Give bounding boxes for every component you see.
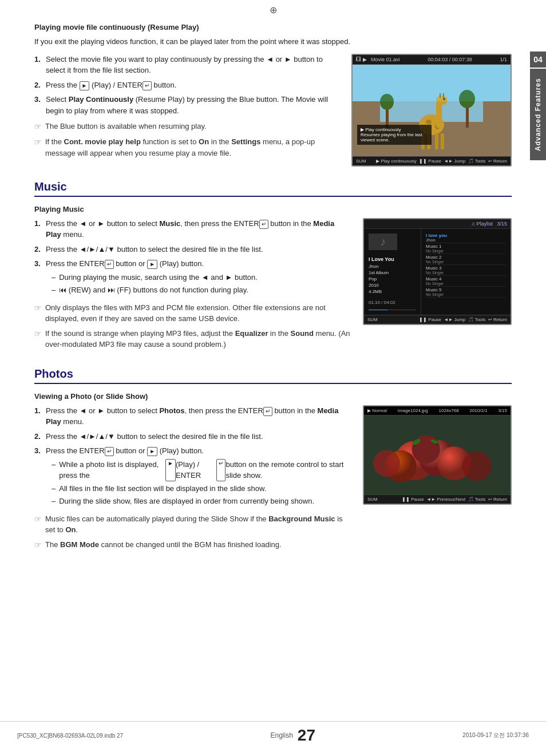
photo-date: 2010/2/1 [469, 408, 487, 413]
svg-rect-16 [435, 133, 438, 149]
svg-point-29 [462, 452, 491, 481]
photo-screen-body [364, 415, 511, 495]
photo-screen-area: ▶ Normal Image1024.jpg 1024x768 2010/2/1… [363, 405, 512, 555]
music-subsection-title: Playing Music [34, 205, 512, 213]
photo-subitem-2: All files in the file list section will … [52, 483, 351, 494]
screen-header-left: 🎞 ▶ Movie 01.avi [356, 57, 400, 62]
playlist-item-4[interactable]: Music 4 No Singer [426, 276, 506, 287]
svg-point-28 [373, 450, 400, 477]
photo-step-2-content: Press the ◄/►/▲/▼ button to select the d… [46, 431, 351, 442]
giraffe-area: ▶ Play continuously Resumes playing from… [353, 65, 511, 156]
playlist-singer-2: No Singer [426, 260, 506, 264]
music-info: I Love You Jhon 1st Album Pop 2010 4.2MB [369, 256, 416, 295]
chapter-label: Advanced Features [530, 69, 546, 160]
photo-subitem-3: During the slide show, files are display… [52, 496, 351, 507]
music-step-3-subitems: During playing the music, search using t… [46, 272, 351, 296]
screen-footer: SUM ▶ Play continuously ❚❚ Pause ◄► Jump… [353, 156, 511, 165]
resume-note-1-text: The Blue button is available when resumi… [45, 121, 207, 132]
music-step-2-num: 2. [34, 244, 46, 255]
footer-date: 2010-09-17 오전 10:37:36 [462, 731, 529, 739]
svg-point-5 [459, 90, 475, 108]
artist-name: Jhon [369, 263, 416, 270]
resume-play-title: Playing movie file continuously (Resume … [34, 23, 512, 31]
step-2-num: 2. [34, 80, 46, 91]
playlist-singer-0: Jhon [426, 238, 506, 242]
photos-subsection-title: Viewing a Photo (or Slide Show) [34, 392, 512, 401]
playlist-item-5[interactable]: Music 5 No Singer [426, 287, 506, 298]
album-art: ♪ [369, 233, 397, 250]
playlist-item-0[interactable]: I love you Jhon [426, 232, 506, 243]
photo-note-2-text: The BGM Mode cannot be changed until the… [45, 539, 282, 551]
photo-step-1-num: 1. [34, 405, 46, 428]
resume-note-2-text: If the Cont. movie play help function is… [45, 136, 340, 159]
footer-file-info: [PC530_XC]BN68-02693A-02L09.indb 27 [17, 733, 123, 739]
step-3-num: 3. [34, 94, 46, 116]
year: 2010 [369, 282, 416, 288]
music-steps-list: 1. Press the ◄ or ► button to select Mus… [34, 218, 351, 298]
photo-step-2-num: 2. [34, 431, 46, 442]
svg-rect-12 [443, 93, 444, 98]
note-icon-1: ☞ [34, 121, 42, 133]
photos-notes: ☞ Music files can be automatically playe… [34, 513, 351, 551]
playlist-title-2: Music 2 [426, 255, 506, 260]
album-name: 1st Album [369, 270, 416, 276]
music-screen-body: ♪ I Love You Jhon 1st Album Pop 2010 4.2… [364, 229, 511, 315]
svg-rect-9 [436, 102, 442, 128]
page-container: ⊕ 04 Advanced Features Playing movie fil… [0, 0, 546, 756]
step-3-content: Select Play Continuously (Resume Play) b… [46, 94, 340, 116]
resume-play-content: 1. Select the movie file you want to pla… [34, 54, 512, 167]
music-step-1-num: 1. [34, 218, 46, 240]
music-step-1: 1. Press the ◄ or ► button to select Mus… [34, 218, 351, 240]
resume-play-notes: ☞ The Blue button is available when resu… [34, 121, 340, 159]
playlist-title-4: Music 4 [426, 276, 506, 282]
music-subitem-2: ⏮ (REW) and ⏭ (FF) buttons do not functi… [52, 284, 351, 296]
screen-count: 1/1 [500, 57, 507, 62]
file-size: 4.2MB [369, 288, 416, 295]
music-playlist-count: 3/15 [497, 221, 507, 227]
playlist-singer-4: No Singer [426, 282, 506, 286]
photo-note-icon-2: ☞ [34, 539, 42, 551]
music-screen-area: ♫ Playlist 3/15 ♪ I Love You Jhon 1st Al… [363, 218, 512, 354]
svg-point-13 [443, 98, 445, 100]
photo-step-3-num: 3. [34, 445, 46, 509]
photo-subitem-1: While a photo list is displayed, press t… [52, 459, 351, 481]
music-note-icon-2: ☞ [34, 328, 42, 340]
resume-play-steps-list: 1. Select the movie file you want to pla… [34, 54, 340, 117]
music-step-3-content: Press the ENTER↵ button or ► (Play) butt… [46, 258, 351, 298]
playlist-title-0: I love you [426, 233, 506, 238]
music-content: 1. Press the ◄ or ► button to select Mus… [34, 218, 512, 354]
footer-controls: ▶ Play continuously ❚❚ Pause ◄► Jump 🎵 T… [376, 159, 507, 164]
photo-resolution: 1024x768 [439, 408, 459, 413]
photo-note-1-text: Music files can be automatically played … [45, 513, 351, 536]
playlist-item-1[interactable]: Music 1 No Singer [426, 243, 506, 254]
music-note-1: ☞ Only displays the files with MP3 and P… [34, 302, 351, 324]
music-step-3-num: 3. [34, 258, 46, 298]
music-notes: ☞ Only displays the files with MP3 and P… [34, 302, 351, 350]
playlist-item-2[interactable]: Music 2 No Singer [426, 254, 506, 265]
music-subitem-1: During playing the music, search using t… [52, 272, 351, 283]
resume-play-screen: 🎞 ▶ Movie 01.avi 00:04:03 / 00:07:38 1/1 [351, 54, 512, 167]
playlist-title-1: Music 1 [426, 244, 506, 249]
music-footer-left: SUM [367, 317, 378, 322]
photos-steps-list: 1. Press the ◄ or ► button to select Pho… [34, 405, 351, 509]
playlist-singer-5: No Singer [426, 292, 506, 296]
page-number: 27 [298, 726, 315, 745]
svg-point-27 [412, 435, 440, 463]
resume-note-2: ☞ If the Cont. movie play help function … [34, 136, 340, 159]
english-label: English [270, 731, 292, 739]
music-step-2: 2. Press the ◄/►/▲/▼ button to select th… [34, 244, 351, 255]
music-screen-mockup: ♫ Playlist 3/15 ♪ I Love You Jhon 1st Al… [363, 218, 512, 325]
screen-video-area: ▶ Play continuously Resumes playing from… [353, 65, 511, 156]
photo-note-2: ☞ The BGM Mode cannot be changed until t… [34, 539, 351, 551]
playlist-item-3[interactable]: Music 3 No Singer [426, 265, 506, 276]
music-progress-bar [369, 310, 416, 310]
resume-note-1: ☞ The Blue button is available when resu… [34, 121, 340, 133]
note-icon-2: ☞ [34, 136, 42, 148]
music-title: Music [34, 180, 512, 197]
photo-step-2: 2. Press the ◄/►/▲/▼ button to select th… [34, 431, 351, 442]
music-section: Music Playing Music 1. Press the ◄ or ► … [34, 180, 512, 354]
photo-svg [364, 415, 511, 495]
photo-count: 3/15 [498, 408, 507, 413]
overlay-line2: Resumes playing from the last viewed sce… [361, 132, 428, 143]
photos-steps-area: 1. Press the ◄ or ► button to select Pho… [34, 405, 351, 555]
